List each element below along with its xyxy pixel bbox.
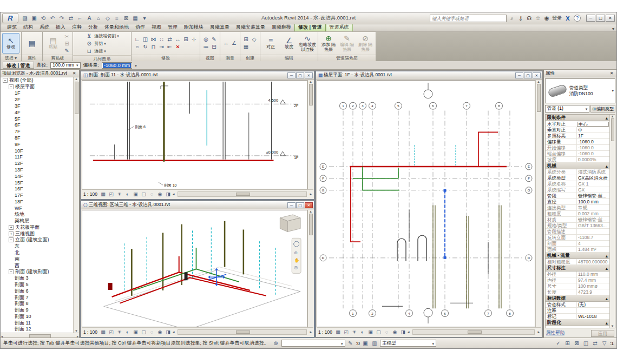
editing-requests-icon[interactable]: ✎: [347, 340, 355, 347]
pin-icon[interactable]: ↔: [174, 36, 182, 43]
section-canvas[interactable]: 4.500 2F ±0.000 1F: [82, 80, 307, 189]
tab-9[interactable]: 管理: [165, 23, 181, 31]
save-icon[interactable]: ▣: [30, 14, 38, 23]
create-assembly-icon[interactable]: ▦: [242, 43, 250, 50]
close-button[interactable]: ✕: [305, 202, 313, 208]
tree-item[interactable]: 剖面 10: [1, 313, 73, 320]
panel-label[interactable]: 剪贴板: [43, 55, 73, 61]
browser-vertical-scrollbar[interactable]: ▲▼: [73, 77, 79, 333]
tab-11[interactable]: 晨曦算量: [207, 23, 233, 31]
shadows-icon[interactable]: ◐: [124, 329, 131, 336]
property-value[interactable]: 湿式消防系统: [576, 169, 609, 175]
crop-view-icon[interactable]: ▣: [132, 191, 139, 198]
property-value[interactable]: -1060.0: [576, 139, 609, 144]
application-menu-button[interactable]: R: [2, 13, 18, 23]
detail-level-icon[interactable]: ▦: [334, 329, 342, 336]
property-value[interactable]: WL-1018: [576, 314, 609, 319]
property-value[interactable]: 4723.9: [576, 289, 609, 295]
modify-button[interactable]: ↖修改: [2, 33, 19, 54]
close-button[interactable]: ✕: [305, 72, 313, 78]
tab-10[interactable]: 附加模块: [181, 23, 207, 31]
tree-item[interactable]: 17F: [1, 192, 73, 198]
property-value[interactable]: 常规: [576, 205, 609, 210]
tree-item[interactable]: +三维视图: [1, 230, 73, 237]
tree-item[interactable]: 7F: [1, 128, 73, 135]
panel-label[interactable]: 属性: [22, 55, 42, 61]
property-section-header[interactable]: 阶段化▴: [546, 320, 609, 326]
tree-item[interactable]: 2F: [1, 96, 73, 103]
property-value[interactable]: -1108.7: [576, 235, 609, 240]
analytical-model-icon[interactable]: ◨: [399, 329, 406, 336]
property-value[interactable]: GX 1: [576, 181, 609, 187]
open-icon[interactable]: ▨: [21, 14, 29, 23]
tree-item[interactable]: 南: [1, 256, 73, 262]
properties-help-link[interactable]: 属性帮助: [546, 330, 565, 336]
close-hidden-windows-icon[interactable]: ⊠: [122, 14, 130, 23]
scroll-left-icon[interactable]: ◂: [173, 192, 175, 196]
property-value[interactable]: 0.0000%: [576, 157, 609, 162]
tree-item[interactable]: 3F: [1, 103, 73, 109]
property-value[interactable]: 中: [576, 127, 609, 133]
mirror-line-icon[interactable]: ∷: [157, 36, 166, 43]
linework-icon[interactable]: ≔: [202, 43, 210, 50]
panel-label[interactable]: 编辑: [260, 55, 318, 61]
rotate-icon[interactable]: ↻: [141, 43, 149, 50]
switch-windows-icon[interactable]: ▦: [131, 14, 140, 23]
tab-13[interactable]: 晨曦翻模: [268, 23, 294, 31]
panel-label[interactable]: 创建: [240, 55, 260, 61]
workset-select[interactable]: [281, 340, 345, 347]
signin-link[interactable]: 登录: [552, 15, 562, 22]
view-horizontal-scrollbar[interactable]: [412, 329, 535, 335]
restore-button[interactable]: ▢: [524, 72, 532, 78]
view-vertical-scrollbar[interactable]: ▲: [535, 80, 541, 327]
favorites-icon[interactable]: ☆: [534, 15, 542, 22]
view-title-bar[interactable]: ▦ 楼层平面: 1F - 水-设洁具.0001.rvt ─▢✕: [316, 71, 542, 80]
edit-type-button[interactable]: ⊞编辑类型: [590, 105, 615, 112]
properties-scrollbar[interactable]: ▲▼: [609, 115, 615, 328]
type-selector[interactable]: 管道类型消防DN100 ▾: [545, 78, 615, 103]
property-value[interactable]: -1060.0: [576, 145, 609, 150]
tree-item[interactable]: 9F: [1, 141, 73, 148]
undo-icon[interactable]: ↶: [48, 14, 57, 23]
apply-button[interactable]: 应用: [591, 330, 614, 337]
property-value[interactable]: 48700.000000: [576, 259, 609, 264]
section-icon[interactable]: ◇: [103, 14, 112, 23]
minimize-button[interactable]: ─: [287, 72, 296, 78]
property-value[interactable]: 中心: [577, 122, 609, 127]
tree-item[interactable]: 10F: [1, 148, 73, 154]
select-pinned-icon[interactable]: ⇄: [591, 340, 599, 347]
scale-label[interactable]: 1 : 100: [318, 329, 332, 335]
shadows-icon[interactable]: ◐: [359, 329, 366, 336]
temporary-hide-icon[interactable]: ◌: [383, 329, 390, 336]
override-graphics-icon[interactable]: ✎: [210, 36, 218, 43]
property-value[interactable]: 100.0 mm: [576, 199, 609, 204]
panel-label[interactable]: 管道隔热层: [318, 55, 376, 61]
tree-toggle-icon[interactable]: +: [9, 225, 14, 230]
trim-icon[interactable]: ⊓: [149, 43, 157, 50]
close-icon[interactable]: ✕: [608, 71, 615, 76]
editable-only-icon[interactable]: ✓: [554, 340, 562, 347]
property-value[interactable]: 110.0 mm: [576, 272, 609, 277]
create-similar-icon[interactable]: ◇: [250, 36, 258, 43]
view-horizontal-scrollbar[interactable]: [178, 329, 307, 335]
tree-toggle-icon[interactable]: −: [3, 78, 8, 83]
tree-item[interactable]: −视图 (全部): [1, 77, 73, 84]
add-insulation-button[interactable]: ⊕添加 隔热层: [320, 33, 337, 54]
close-icon[interactable]: ✕: [71, 71, 77, 76]
tab-2[interactable]: 系统: [36, 23, 52, 31]
user-icon[interactable]: ◉: [543, 15, 550, 22]
property-value[interactable]: 97.4 mm: [576, 277, 609, 283]
minimize-button[interactable]: ─: [586, 15, 595, 22]
properties-button[interactable]: ▤: [23, 33, 41, 54]
trim-single-icon[interactable]: ⇥: [157, 43, 166, 50]
thin-lines-icon[interactable]: ≡: [113, 14, 121, 23]
property-value[interactable]: GX高区消火栓: [576, 175, 609, 181]
scroll-left-icon[interactable]: ◂: [408, 330, 410, 334]
view-vertical-scrollbar[interactable]: ▲: [307, 210, 313, 327]
analytical-model-icon[interactable]: ◨: [165, 329, 172, 336]
tree-item[interactable]: 18F: [1, 198, 73, 205]
view-title-bar[interactable]: ⬡ 三维视图: 区域三维 - 水-设洁具.0001.rvt ─▢✕: [81, 201, 314, 209]
property-section-header[interactable]: 尺寸标注▴: [546, 265, 609, 272]
exchange-apps-icon[interactable]: X: [563, 15, 572, 22]
visual-style-icon[interactable]: ◰: [343, 329, 350, 336]
